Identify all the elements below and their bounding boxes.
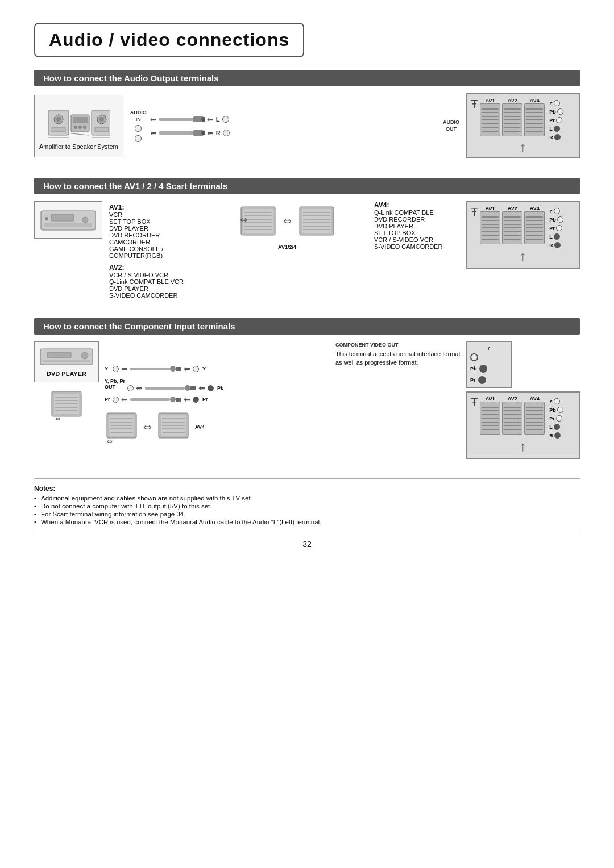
av1-device-comp: COMPUTER(RGB)	[109, 252, 200, 259]
comp-out-label-top: COMPONENT VIDEO OUT	[335, 341, 460, 349]
comp-panel-Y	[470, 353, 508, 361]
svg-point-63	[170, 397, 176, 402]
vcr-device	[34, 201, 102, 239]
scart-blocks-s2: AV1 AV2	[480, 206, 545, 244]
R-output-dot	[223, 130, 230, 136]
speaker-icon	[47, 102, 110, 141]
s3-scart-av4: AV4	[524, 396, 545, 435]
tv-panel-section3: Ŧ AV1 AV2	[466, 391, 580, 459]
L-channel-cable: ⬅ ⬅ L	[150, 115, 439, 124]
av2-label: AV2:	[109, 264, 200, 272]
side-connectors-s2: Y Pb Pr L R	[549, 208, 563, 248]
section-audio-output: How to connect the Audio Output terminal…	[34, 70, 580, 164]
conn-Pr: Pr	[549, 117, 563, 123]
svg-point-8	[83, 126, 86, 129]
audio-in-L-dot	[135, 125, 142, 132]
s3-Pb: Pb	[549, 407, 563, 413]
note-item-1: Additional equipment and cables shown ar…	[34, 495, 580, 502]
av4-qlink: Q-Link COMPATIBLE	[374, 209, 459, 216]
scart-block-av2: AV2	[502, 98, 522, 136]
av124-label: AV1/2/4	[278, 244, 296, 250]
notes-section: Notes: Additional equipment and cables s…	[34, 478, 580, 525]
s2-scart-av4: AV4	[524, 206, 545, 244]
svg-point-60	[185, 385, 190, 391]
l-cable-plug	[159, 115, 205, 123]
av2-device-qvcr: Q-Link COMPATIBLE VCR	[109, 278, 200, 285]
up-arrow-s3: ↑	[471, 439, 575, 454]
dvd-device-box: DVD PLAYER	[34, 341, 99, 382]
av2-device-dvdp: DVD PLAYER	[109, 285, 200, 292]
component-diagram: COMPONENT VIDEO OUT This terminal accept…	[105, 341, 460, 445]
comp-Pr-row: Pr ⬅ ⬅ Pr	[105, 395, 460, 404]
scart-connector-diagram: ⇔ ⇔ AV1/2/4	[207, 201, 367, 250]
section3-header: How to connect the Component Input termi…	[34, 318, 580, 335]
svg-line-15	[71, 133, 89, 135]
audio-in-label: AUDIOIN	[130, 110, 147, 123]
page-num-text: 32	[302, 540, 312, 549]
av4-cam: S-VIDEO CAMCORDER	[374, 243, 459, 250]
audio-in-R-dot	[135, 135, 142, 142]
s2-L: L	[549, 233, 563, 240]
svg-rect-23	[51, 214, 74, 221]
av4-list: AV4: Q-Link COMPATIBLE DVD RECORDER DVD …	[374, 201, 459, 250]
dvd-player-device: DVD PLAYER ⇔	[34, 341, 99, 424]
notes-list: Additional equipment and cables shown ar…	[34, 495, 580, 525]
av1-device-game: GAME CONSOLE /	[109, 245, 200, 252]
svg-rect-45	[47, 352, 71, 358]
up-arrow-s1: ↑	[471, 140, 575, 154]
comp-Pr-cable	[130, 395, 181, 403]
notes-title: Notes:	[34, 485, 580, 493]
section3-content: DVD PLAYER ⇔ COMPONENT VIDEO	[34, 341, 580, 465]
section-scart: How to connect the AV1 / 2 / 4 Scart ter…	[34, 178, 580, 304]
section1-diagram: AUDIOIN ⬅	[130, 110, 459, 142]
amplifier-device: Amplifier to Speaker System	[34, 95, 123, 157]
s2-Pb: Pb	[549, 216, 563, 223]
svg-text:⇔: ⇔	[240, 215, 247, 224]
scart-av4	[524, 103, 545, 136]
page-number: 32	[34, 535, 580, 549]
comp-panel-Pb: Pb	[470, 365, 508, 373]
page-title: Audio / video connections	[49, 30, 289, 50]
av1-device-vcr: VCR	[109, 211, 200, 218]
svg-rect-5	[73, 117, 88, 123]
section1-header: How to connect the Audio Output terminal…	[34, 70, 580, 86]
av1-device-dvdp: DVD PLAYER	[109, 225, 200, 232]
svg-rect-3	[52, 127, 65, 132]
av4-bottom-label: AV4	[195, 424, 205, 430]
conn-Y: Y	[549, 100, 563, 106]
comp-cable-diagram: Y ⬅ ⬅ Y Y, Pb, PrOUT ⬅	[105, 364, 460, 404]
av4-dvdp: DVD PLAYER	[374, 223, 459, 229]
section-component: How to connect the Component Input termi…	[34, 318, 580, 465]
av2-list: AV2: VCR / S-VIDEO VCR Q-Link COMPATIBLE…	[109, 264, 200, 299]
av4-vcr: VCR / S-VIDEO VCR	[374, 236, 459, 243]
s3-R: R	[549, 432, 563, 439]
s2-R: R	[549, 242, 563, 248]
antenna-icon: Ŧ	[471, 98, 478, 111]
s2-scart-av2: AV2	[502, 206, 522, 244]
conn-Pb: Pb	[549, 108, 563, 115]
svg-point-11	[99, 117, 104, 122]
s2-scart-av1: AV1	[480, 206, 500, 244]
comp-input-panel: Y Pb Pr	[466, 341, 512, 388]
svg-point-2	[56, 117, 61, 122]
svg-point-7	[78, 126, 82, 129]
scart-block-av4: AV4	[524, 98, 545, 136]
svg-rect-12	[95, 127, 109, 132]
svg-rect-58	[176, 367, 181, 371]
svg-rect-62	[130, 398, 170, 401]
av1-device-dvdr: DVD RECORDER	[109, 232, 200, 239]
side-connectors-s3: Y Pb Pr L	[549, 398, 563, 439]
scart-blocks: AV1 AV2	[480, 98, 545, 136]
av1-device-stb: SET TOP BOX	[109, 218, 200, 225]
svg-point-57	[170, 366, 176, 372]
svg-rect-19	[159, 131, 193, 135]
comp-scart-left: ⇔	[105, 408, 139, 445]
tv-panel2-inner: Ŧ AV1 AV2	[471, 206, 575, 248]
av4-stb: SET TOP BOX	[374, 229, 459, 236]
dvd-scart-connector: ⇔	[49, 387, 84, 424]
s2-Y: Y	[549, 208, 563, 214]
audio-out-label: AUDIOOUT	[443, 119, 459, 132]
svg-text:⇔: ⇔	[107, 437, 113, 445]
s3-L: L	[549, 424, 563, 430]
s3-Pr: Pr	[549, 415, 563, 422]
